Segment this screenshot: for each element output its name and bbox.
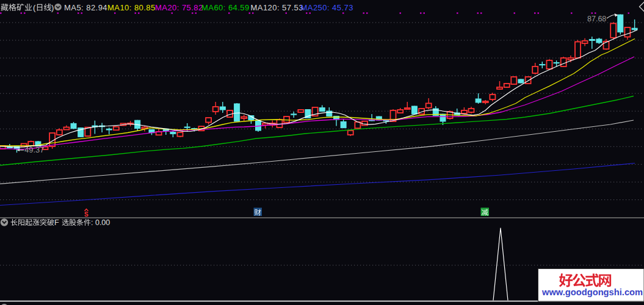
svg-text:): ) xyxy=(51,3,54,12)
svg-text:S: S xyxy=(84,211,89,218)
svg-text:87.68: 87.68 xyxy=(587,15,606,23)
svg-text:49.37: 49.37 xyxy=(24,145,45,154)
svg-text:(: ( xyxy=(33,3,36,12)
svg-text:MA120: 57.53: MA120: 57.53 xyxy=(251,3,303,12)
svg-text:F: F xyxy=(54,218,59,227)
svg-text:MA5: 82.94: MA5: 82.94 xyxy=(64,3,107,12)
svg-text:: 0.00: : 0.00 xyxy=(91,218,110,227)
svg-text:www.goodgongshi.com: www.goodgongshi.com xyxy=(541,287,643,297)
svg-text:MA20: 75.82: MA20: 75.82 xyxy=(155,3,203,12)
svg-text:MA60: 64.59: MA60: 64.59 xyxy=(201,3,250,12)
svg-text:MA250: 45.73: MA250: 45.73 xyxy=(301,3,353,12)
svg-text:MA10: 80.85: MA10: 80.85 xyxy=(107,3,156,12)
